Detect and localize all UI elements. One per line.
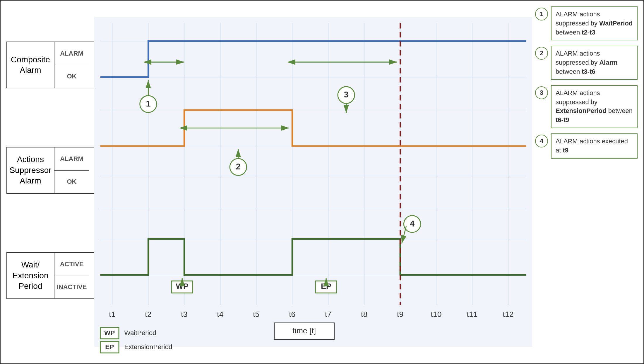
annotation-box-2: ALARM actions suppressed by Alarm betwee… [551, 46, 638, 80]
svg-text:t9: t9 [397, 310, 403, 319]
annotation-3: 3 ALARM actions suppressed by ExtensionP… [535, 85, 638, 128]
annotation-circle-1: 1 [535, 8, 548, 20]
annotation-2: 2 ALARM actions suppressed by Alarm betw… [535, 46, 638, 80]
composite-alarm-states: ALARM OK [54, 42, 89, 88]
svg-text:EP: EP [321, 282, 331, 291]
svg-text:1: 1 [146, 99, 150, 108]
main-container: CompositeAlarm ALARM OK ActionsSuppresso… [0, 0, 644, 364]
composite-alarm-box: CompositeAlarm ALARM OK [6, 42, 94, 88]
svg-text:t5: t5 [253, 310, 259, 319]
actions-suppressor-state-ok: OK [54, 171, 89, 193]
actions-suppressor-states: ALARM OK [54, 147, 89, 193]
svg-text:t4: t4 [217, 310, 223, 319]
svg-text:t1: t1 [109, 310, 115, 319]
svg-text:ExtensionPeriod: ExtensionPeriod [124, 343, 172, 351]
annotation-4: 4 ALARM actions executed at t9 [535, 133, 638, 159]
svg-text:time [t]: time [t] [292, 326, 316, 335]
svg-text:WaitPeriod: WaitPeriod [124, 329, 156, 336]
chart-svg: 1 2 3 4 WP [94, 1, 532, 363]
actions-suppressor-state-alarm: ALARM [54, 147, 89, 171]
annotation-circle-2: 2 [535, 47, 548, 60]
svg-text:WP: WP [176, 282, 189, 291]
wait-extension-box: Wait/ExtensionPeriod ACTIVE INACTIVE [6, 252, 94, 299]
actions-suppressor-box: ActionsSuppressorAlarm ALARM OK [6, 147, 94, 194]
svg-text:t12: t12 [503, 310, 514, 319]
svg-text:t10: t10 [431, 310, 442, 319]
annotation-1: 1 ALARM actions suppressed by WaitPeriod… [535, 6, 638, 40]
actions-suppressor-title: ActionsSuppressorAlarm [7, 147, 54, 193]
wait-extension-title: Wait/ExtensionPeriod [7, 253, 54, 298]
annotation-circle-4: 4 [535, 135, 548, 147]
composite-alarm-state-alarm: ALARM [54, 42, 89, 65]
svg-rect-0 [94, 17, 532, 347]
composite-alarm-state-ok: OK [54, 65, 89, 88]
svg-text:2: 2 [236, 162, 241, 171]
svg-text:4: 4 [410, 219, 415, 228]
chart-area: 1 2 3 4 WP [94, 1, 532, 363]
composite-alarm-title: CompositeAlarm [7, 42, 54, 88]
wait-extension-states: ACTIVE INACTIVE [54, 253, 89, 298]
svg-text:t6: t6 [289, 310, 295, 319]
svg-text:3: 3 [344, 90, 349, 99]
svg-text:EP: EP [105, 343, 114, 351]
wait-extension-state-inactive: INACTIVE [54, 276, 89, 299]
svg-text:t8: t8 [361, 310, 367, 319]
svg-text:WP: WP [104, 329, 115, 336]
wait-extension-state-active: ACTIVE [54, 253, 89, 276]
svg-text:t7: t7 [325, 310, 331, 319]
svg-text:t2: t2 [145, 310, 151, 319]
right-annotations: 1 ALARM actions suppressed by WaitPeriod… [532, 1, 643, 363]
annotation-box-4: ALARM actions executed at t9 [551, 133, 638, 159]
annotation-box-3: ALARM actions suppressed by ExtensionPer… [551, 85, 638, 128]
annotation-box-1: ALARM actions suppressed by WaitPeriod b… [551, 6, 638, 40]
left-labels: CompositeAlarm ALARM OK ActionsSuppresso… [1, 1, 94, 363]
svg-text:t11: t11 [467, 310, 478, 319]
annotation-circle-3: 3 [535, 86, 548, 99]
svg-text:t3: t3 [181, 310, 187, 319]
